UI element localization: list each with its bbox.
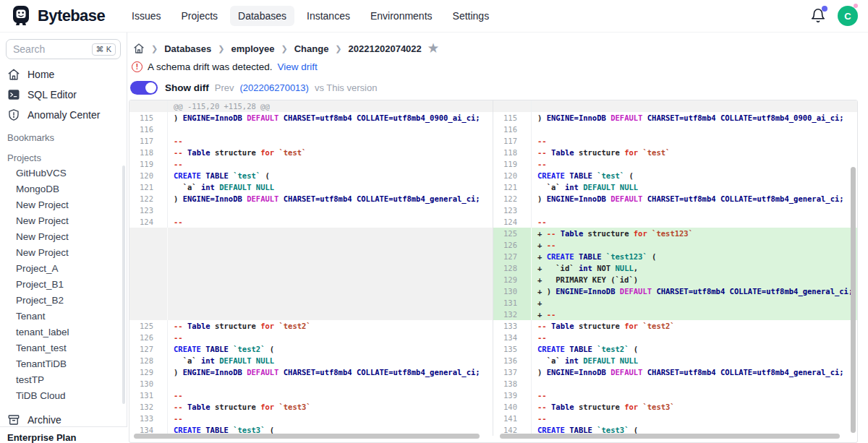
line-number: 127 — [493, 251, 532, 262]
code-line — [168, 228, 493, 239]
sidebar-scrollbar[interactable] — [122, 165, 125, 404]
nav-tab-instances[interactable]: Instances — [299, 6, 358, 26]
line-number: 126 — [493, 239, 532, 251]
sidebar-project-item[interactable]: Project_B1 — [0, 277, 127, 293]
diff-row: 129) ENGINE=InnoDB DEFAULT CHARSET=utf8m… — [129, 366, 493, 378]
breadcrumb-item-version[interactable]: 20221202074022 — [349, 43, 422, 54]
search-input[interactable]: Search ⌘ K — [6, 39, 121, 59]
diff-added-row: 128+ `id` int NOT NULL, — [493, 262, 857, 274]
breadcrumb-item-change[interactable]: Change — [294, 43, 329, 54]
sidebar-project-item[interactable]: Tenant — [0, 309, 127, 324]
sidebar-project-item[interactable]: New Project — [0, 213, 127, 229]
line-number: 122 — [493, 193, 532, 205]
horizontal-scrollbar-right[interactable] — [500, 434, 840, 439]
code-line: -- — [532, 158, 857, 170]
search-shortcut-badge: ⌘ K — [92, 43, 116, 56]
line-number: 129 — [493, 274, 532, 285]
code-line: `a` int DEFAULT NULL — [532, 181, 857, 193]
nav-tab-issues[interactable]: Issues — [124, 6, 169, 26]
nav-tab-environments[interactable]: Environments — [362, 6, 441, 26]
diff-row: 119-- — [129, 158, 493, 170]
sidebar-project-item[interactable]: New Project — [0, 197, 127, 213]
code-line: -- — [168, 413, 493, 424]
diff-pane-current: 115) ENGINE=InnoDB DEFAULT CHARSET=utf8m… — [493, 100, 857, 436]
line-number: 118 — [493, 147, 532, 158]
sidebar-project-item[interactable]: MongoDB — [0, 181, 127, 197]
sidebar-project-item[interactable]: TenantTiDB — [0, 356, 127, 372]
line-number — [129, 274, 168, 285]
code-line: + -- — [532, 239, 857, 251]
nav-tab-projects[interactable]: Projects — [174, 6, 226, 26]
nav-tab-settings[interactable]: Settings — [445, 6, 498, 26]
code-line: -- — [168, 135, 493, 147]
breadcrumb-item-databases[interactable]: Databases — [164, 43, 211, 54]
show-diff-toggle[interactable] — [130, 81, 158, 95]
diff-row: 117-- — [129, 135, 493, 147]
line-number: 123 — [493, 205, 532, 216]
schema-diff-viewer: @@ -115,20 +115,28 @@115) ENGINE=InnoDB … — [129, 100, 858, 443]
sidebar-project-item[interactable]: tenant_label — [0, 324, 127, 340]
breadcrumb-separator: ❯ — [218, 44, 224, 53]
diff-row: 119-- — [493, 158, 857, 170]
line-number — [493, 100, 532, 112]
code-line — [168, 309, 493, 320]
line-number: 141 — [493, 413, 532, 424]
bytebase-logo[interactable]: Bytebase — [10, 5, 105, 27]
code-line: ) ENGINE=InnoDB DEFAULT CHARSET=utf8mb4 … — [532, 193, 857, 205]
horizontal-scrollbar-left[interactable] — [134, 434, 480, 439]
diff-row: 121 `a` int DEFAULT NULL — [493, 181, 857, 193]
breadcrumb-home-icon[interactable] — [133, 43, 145, 54]
show-diff-label: Show diff — [165, 82, 209, 93]
sidebar-project-item[interactable]: testTP — [0, 372, 127, 388]
line-number: 127 — [129, 343, 168, 355]
line-number: 117 — [129, 135, 168, 147]
anomaly-center-icon — [7, 108, 20, 121]
sidebar-project-item[interactable]: Tenant_test — [0, 340, 127, 356]
diff-row: 136 `a` int DEFAULT NULL — [493, 355, 857, 366]
sidebar-item-label: Home — [27, 69, 54, 80]
archive-icon — [7, 413, 20, 426]
sidebar-project-item[interactable]: New Project — [0, 229, 127, 245]
sidebar-item-sql-editor[interactable]: SQL Editor — [0, 85, 127, 105]
sidebar-item-home[interactable]: Home — [0, 64, 127, 85]
prev-version-link[interactable]: (202206270013) — [239, 82, 308, 93]
code-line: ) ENGINE=InnoDB DEFAULT CHARSET=utf8mb4 … — [532, 112, 857, 124]
code-line: ) ENGINE=InnoDB DEFAULT CHARSET=utf8mb4 … — [168, 366, 493, 378]
diff-row: 127CREATE TABLE `test2` ( — [129, 343, 493, 355]
diff-spacer-row — [129, 285, 493, 297]
line-number — [129, 251, 168, 262]
line-number — [129, 309, 168, 320]
line-number: 130 — [493, 285, 532, 297]
avatar-status-dot — [854, 4, 858, 8]
top-navigation-bar: Bytebase IssuesProjectsDatabasesInstance… — [0, 0, 868, 33]
diff-row: 116 — [129, 124, 493, 135]
diff-row: 125-- Table structure for `test2` — [129, 320, 493, 332]
sidebar-item-label: Anomaly Center — [27, 109, 100, 121]
user-avatar[interactable]: C — [838, 6, 858, 26]
code-line — [168, 274, 493, 285]
sidebar-project-item[interactable]: GitHubVCS — [0, 165, 127, 181]
notifications-button[interactable] — [810, 8, 826, 24]
diff-row: 124-- — [493, 216, 857, 228]
code-line: -- Table structure for `test` — [168, 147, 493, 158]
bookmark-star-icon[interactable]: ★ — [428, 43, 438, 54]
code-line: -- — [532, 216, 857, 228]
vertical-scrollbar[interactable] — [851, 167, 856, 433]
schema-drift-alert: ! A schema drift was detected. View drif… — [127, 54, 868, 72]
sidebar-item-anomaly-center[interactable]: Anomaly Center — [0, 105, 127, 125]
sidebar-project-item[interactable]: New Project — [0, 245, 127, 261]
diff-row: 118-- Table structure for `test` — [493, 147, 857, 158]
nav-tab-databases[interactable]: Databases — [230, 6, 294, 26]
sidebar-project-item[interactable]: TiDB Cloud — [0, 388, 127, 404]
line-number: 121 — [129, 181, 168, 193]
alert-icon: ! — [132, 61, 142, 72]
sidebar-project-item[interactable]: Project_B2 — [0, 293, 127, 309]
breadcrumb-item-employee[interactable]: employee — [231, 43, 274, 54]
main-content: ❯ Databases ❯ employee ❯ Change ❯ 202212… — [127, 33, 868, 443]
code-line — [168, 297, 493, 309]
line-number: 120 — [493, 170, 532, 181]
sidebar-project-item[interactable]: Project_A — [0, 261, 127, 277]
view-drift-link[interactable]: View drift — [278, 61, 318, 72]
diff-row: 138 — [493, 378, 857, 390]
notification-badge — [822, 6, 827, 12]
